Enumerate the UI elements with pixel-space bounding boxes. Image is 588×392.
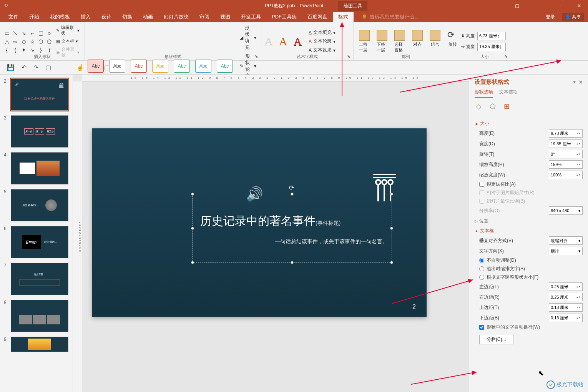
style-swatch-2[interactable]: Abc xyxy=(109,60,125,73)
shape-brace-icon[interactable]: { xyxy=(3,46,11,54)
pane-dropdown-icon[interactable]: ▾ xyxy=(573,80,576,85)
height-input[interactable]: 6.73 厘米▲▼ xyxy=(477,32,506,40)
wordart-style-3[interactable]: A xyxy=(293,35,302,48)
shape-curve-icon[interactable]: ∿ xyxy=(28,46,36,54)
text-fill-button[interactable]: A 文本填充 ▾ xyxy=(307,28,337,37)
effects-icon[interactable]: ⬠ xyxy=(488,102,497,111)
input-width[interactable]: 19.35 厘米▲▼ xyxy=(549,140,583,148)
shape-styles-launcher-icon[interactable]: ⬊ xyxy=(255,54,259,59)
shape-style-gallery[interactable]: Abc Abc Abc Abc Abc Abc Abc xyxy=(88,60,233,73)
send-backward-button[interactable]: 下移一层 xyxy=(374,28,390,55)
shape-bracket2-icon[interactable]: } xyxy=(37,46,45,54)
menu-view[interactable]: 视图 xyxy=(215,12,236,22)
size-launcher-icon[interactable]: ⬊ xyxy=(505,54,509,59)
input-rotation[interactable]: 0°▲▼ xyxy=(549,150,583,158)
ribbon-options-icon[interactable]: ▢ xyxy=(508,0,526,12)
group-button[interactable]: 组合 xyxy=(427,28,443,55)
style-swatch-7[interactable]: Abc xyxy=(217,60,233,73)
wordart-style-1[interactable]: A xyxy=(264,35,273,48)
shape-triangle-icon[interactable]: △ xyxy=(3,38,11,45)
input-right-margin[interactable]: 0.25 厘米▲▼ xyxy=(549,293,583,301)
login-button[interactable]: 登录 xyxy=(542,13,559,21)
menu-animations[interactable]: 动画 xyxy=(138,12,158,22)
text-effects-button[interactable]: A 文本效果 ▾ xyxy=(307,46,337,54)
input-v-align[interactable]: 底端对齐▾ xyxy=(549,236,583,245)
resize-handle[interactable] xyxy=(291,193,294,196)
autosave-icon[interactable]: ⟲ xyxy=(4,3,10,9)
text-frame[interactable]: ⟳ 历史记录中的著名事件(事件标题) 一句话总结该事件，或关于该事件的一句名言。 xyxy=(192,194,392,263)
thumb-3[interactable]: 第一步第二步第三步 xyxy=(11,115,68,148)
radio-shrink-overflow[interactable] xyxy=(479,266,484,271)
shape-line-arrow-icon[interactable]: ↘ xyxy=(20,29,28,37)
input-text-dir[interactable]: 横排▾ xyxy=(549,247,583,255)
section-size[interactable]: ▲大小 xyxy=(475,120,583,127)
thumb-9[interactable] xyxy=(11,337,68,352)
radio-no-autofit[interactable] xyxy=(479,258,484,263)
text-outline-button[interactable]: A 文本轮廓 ▾ xyxy=(307,37,337,45)
fill-line-icon[interactable]: ◇ xyxy=(475,102,483,111)
thumb-4[interactable] xyxy=(11,152,68,184)
bring-forward-button[interactable]: 上移一层 xyxy=(357,28,372,55)
wordart-launcher-icon[interactable]: ⬊ xyxy=(347,54,352,59)
input-bottom-margin[interactable]: 0.13 厘米▲▼ xyxy=(549,314,583,322)
section-position[interactable]: ▷位置 xyxy=(475,218,583,224)
radio-resize-shape[interactable] xyxy=(479,275,484,280)
align-button[interactable]: 对齐 xyxy=(410,28,425,55)
tab-text-options[interactable]: 文本选项 xyxy=(499,87,518,98)
minimize-button[interactable]: ─ xyxy=(529,0,546,12)
touch-mode-icon[interactable]: ☝ xyxy=(76,64,84,71)
save-icon[interactable]: 💾 xyxy=(7,64,15,71)
style-swatch-5[interactable]: Abc xyxy=(174,60,190,73)
rotate-handle-icon[interactable]: ⟳ xyxy=(289,184,294,191)
slide-subtitle[interactable]: 一句话总结该事件，或关于该事件的一句名言。 xyxy=(193,229,392,245)
shape-connector-icon[interactable]: ⌐ xyxy=(28,29,36,37)
shape-hexagon-icon[interactable]: ⬡ xyxy=(37,38,45,45)
resize-handle[interactable] xyxy=(291,261,294,264)
menu-insert[interactable]: 插入 xyxy=(75,12,96,22)
slide-canvas[interactable]: 16 15 14 13 12 11 10 9 8 7 6 5 4 3 2 1 0… xyxy=(73,75,469,392)
resize-handle[interactable] xyxy=(390,261,393,264)
style-swatch-3[interactable]: Abc xyxy=(131,60,147,73)
resize-handle[interactable] xyxy=(390,193,393,196)
shape-diamond-icon[interactable]: ◇ xyxy=(20,38,28,45)
tab-shape-options[interactable]: 形状选项 xyxy=(475,87,493,98)
size-properties-icon[interactable]: ⊞ xyxy=(502,102,511,111)
shape-more-icon[interactable]: ) xyxy=(45,46,53,54)
style-swatch-1[interactable]: Abc xyxy=(88,60,104,73)
slide-title[interactable]: 历史记录中的著名事件(事件标题) xyxy=(193,194,392,229)
thumb-8[interactable] xyxy=(11,300,68,332)
drawing-tools-tab[interactable]: 绘图工具 xyxy=(338,1,367,11)
shape-plus-icon[interactable]: ✦ xyxy=(20,46,28,54)
input-scale-width[interactable]: 100%▲▼ xyxy=(549,171,583,179)
columns-button[interactable]: 分栏(C)... xyxy=(479,335,513,344)
input-resolution[interactable]: 640 x 480▾ xyxy=(549,206,583,215)
wordart-style-2[interactable]: A xyxy=(279,35,287,48)
shape-bracket-icon[interactable]: ( xyxy=(12,46,19,54)
input-scale-height[interactable]: 159%▲▼ xyxy=(549,160,583,169)
menu-developer[interactable]: 开发工具 xyxy=(236,12,266,22)
checkbox-lock-aspect[interactable] xyxy=(479,182,484,187)
slide-thumbnails[interactable]: 2 🔊🏛历史记录中的著名事件 3 第一步第二步第三步 4 5 历史著名的... … xyxy=(0,75,73,392)
input-top-margin[interactable]: 0.13 厘米▲▼ xyxy=(549,303,583,312)
wordart-gallery[interactable]: A A A xyxy=(264,35,302,48)
shape-line-icon[interactable]: ＼ xyxy=(12,29,19,37)
menu-format[interactable]: 格式 xyxy=(333,12,354,22)
width-input[interactable]: 19.35 厘米▲▼ xyxy=(477,43,506,51)
close-button[interactable]: ✕ xyxy=(570,0,588,12)
menu-review[interactable]: 审阅 xyxy=(194,12,215,22)
menu-home[interactable]: 开始 xyxy=(24,12,45,22)
selection-pane-button[interactable]: 选择窗格 xyxy=(392,28,407,55)
shape-textbox-icon[interactable]: ▭ xyxy=(3,29,11,37)
text-box-button[interactable]: ▤ 文本框 ▾ xyxy=(55,38,81,45)
style-swatch-6[interactable]: Abc xyxy=(195,60,211,73)
maximize-button[interactable]: ☐ xyxy=(550,0,567,12)
share-button[interactable]: 👤 共享 xyxy=(562,13,584,21)
input-height[interactable]: 6.73 厘米▲▼ xyxy=(549,129,583,138)
resize-handle[interactable] xyxy=(390,227,393,230)
edit-shape-button[interactable]: ✎ 编辑形状 ▾ xyxy=(55,24,81,37)
resize-handle[interactable] xyxy=(191,227,194,230)
shape-oval-icon[interactable]: ○ xyxy=(45,29,53,37)
menu-my-templates[interactable]: 我的模板 xyxy=(45,12,75,22)
tell-me-input[interactable]: 💡 告诉我您想要做什么... xyxy=(361,13,419,20)
input-left-margin[interactable]: 0.25 厘米▲▼ xyxy=(549,282,583,291)
